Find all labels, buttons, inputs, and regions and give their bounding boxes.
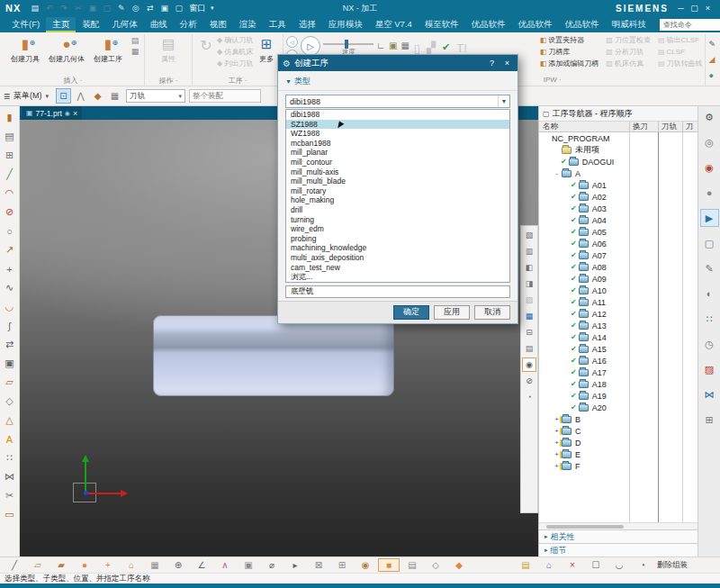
window-menu[interactable]: 窗口 [189,3,205,14]
tree-node[interactable]: +B [539,413,698,425]
ribbon-command[interactable]: ◆列出刀轨 [217,58,253,69]
angle-snap-icon[interactable]: ∠ [191,558,212,572]
box-icon[interactable]: ▱ [2,373,18,392]
undo-icon[interactable]: ↶ [42,2,56,14]
studio-spline-icon[interactable]: ∫ [2,316,18,335]
tree-node[interactable]: +D [539,437,698,448]
home-view-icon[interactable]: ⌂ [121,558,142,572]
green-sphere-icon[interactable]: ● [708,71,716,80]
constraint-navigator-icon[interactable]: ◉ [700,158,719,176]
mirror-icon[interactable]: ⋈ [2,467,18,486]
snapshot-icon[interactable]: ▦ [400,41,409,50]
hand-pick-icon[interactable]: ◔ [632,558,653,572]
search-input[interactable] [662,20,720,30]
reuse-library-icon[interactable]: ◐ [700,285,719,303]
expand-toggle[interactable]: + [553,462,561,470]
scrollbar-thumb[interactable] [546,525,624,529]
sheet-icon[interactable]: ▣ [2,354,18,373]
close-box-icon[interactable]: ⊠ [308,558,329,572]
paste-icon[interactable]: ▢ [100,2,113,14]
cancel-button[interactable]: 取消 [474,305,510,320]
diameter-snap-icon[interactable]: ⌀ [261,558,283,572]
close-icon[interactable]: × [501,59,513,68]
menu-item-12[interactable]: 模至软件 [418,17,465,32]
type-option[interactable]: 浏览... [286,272,509,282]
pencil-icon[interactable]: ✎ [114,2,128,14]
cancel-icon[interactable]: × [562,558,583,572]
window-minimize-icon[interactable]: ⊟ [522,325,536,339]
menu-item-3[interactable]: 几何体 [105,17,144,32]
ribbon-command[interactable]: ▧机床仿真 [606,58,651,69]
tree-node[interactable]: ✔A19 [539,390,698,402]
menu-item-2[interactable]: 装配 [76,17,105,32]
column-name[interactable]: 名称 [539,122,629,132]
slider-thumb[interactable] [345,40,348,49]
tree-node[interactable]: ✔A14 [539,331,698,343]
point-line-icon[interactable]: ↗ [2,240,18,259]
operation-navigator-icon[interactable]: ▶ [700,209,719,227]
show-icon[interactable]: ◉ [522,357,536,372]
process-studio-icon[interactable]: ⋈ [700,385,719,403]
chevron-down-icon[interactable]: ▾ [205,2,219,14]
copy-display-icon[interactable]: ▣ [158,2,171,14]
block-snap-icon[interactable]: ▦ [144,558,166,572]
type-option[interactable]: mill_multi-axis [286,167,509,177]
layer-icon[interactable]: ▧ [522,228,536,242]
type-option[interactable]: drill [286,205,509,215]
tree-node[interactable]: +C [539,425,698,437]
type-option[interactable]: turning [286,215,509,225]
type-option[interactable]: machining_knowledge [286,243,509,253]
settings-gear-icon[interactable]: ⚙ [700,108,719,126]
expand-toggle[interactable]: + [553,439,561,447]
close-icon[interactable]: × [73,109,77,118]
sphere-icon[interactable]: ◇ [2,392,18,411]
solid-filter-icon[interactable]: ◆ [90,88,105,104]
tree-node[interactable]: +F [539,460,698,472]
tree-node[interactable]: +E [539,448,698,460]
clip-section-icon[interactable]: ◧ [522,260,536,275]
extrude-icon[interactable]: ⊞ [2,146,18,165]
chevron-down-icon[interactable]: ▼ [498,95,509,107]
checkbox-icon[interactable]: ☐ [585,558,607,572]
redo-icon[interactable]: ↷ [57,2,70,14]
maximize-button[interactable]: ▢ [688,2,701,14]
menu-item-8[interactable]: 工具 [263,17,292,32]
machine-icon[interactable]: ▞ [427,41,436,55]
purple-house-icon[interactable]: ⌂ [538,558,560,572]
tree-node[interactable]: ✔A18 [539,378,698,390]
menu-item-6[interactable]: 视图 [203,17,233,32]
type-option[interactable]: wire_edm [286,224,509,234]
measure-icon[interactable]: ∟ [376,41,385,50]
play-icon[interactable]: ▷ [301,36,320,56]
help-icon[interactable]: ? [486,59,498,68]
pin-icon[interactable]: ◉ [65,110,70,117]
layer-settings-icon[interactable]: ▥ [522,244,536,258]
ribbon-button-2[interactable]: ▮⊕创建工序 [87,34,129,64]
cone-icon[interactable]: △ [2,411,18,430]
part-tab[interactable]: ▣ 77-1.prt ◉ × [22,106,82,120]
edit-toolpath-icon[interactable]: ✎ [708,40,716,49]
y-axis-arrow[interactable] [85,461,86,493]
type-option[interactable]: mcban1988 [286,139,509,149]
menu-item-13[interactable]: 优品软件 [465,17,512,32]
tool-check-icon[interactable]: ✔ [442,41,450,55]
ribbon-command[interactable]: ◆仿真机床 [217,46,253,58]
tree-node[interactable]: ✔A05 [539,226,698,238]
view-layout-icon[interactable]: ▦ [522,309,536,323]
type-filter-combo[interactable]: 刀轨 ▾ [126,89,185,103]
part-model[interactable] [153,315,394,396]
ribbon-command[interactable]: ◆确认刀轨 [217,34,253,46]
tree-node[interactable]: ✔A10 [539,285,698,296]
no-selection-icon[interactable]: ⊘ [2,203,18,222]
globe-icon[interactable]: ◉ [355,558,376,572]
ribbon-command[interactable]: ▤输出CLSF [658,34,703,46]
type-section-header[interactable]: ▼ 类型 [278,71,518,91]
half-section-icon[interactable]: ◨ [522,276,536,291]
datum-axis-icon[interactable]: ▮ [2,108,18,127]
tree-node[interactable]: 未用项 [539,144,698,156]
selected-square-icon[interactable]: ■ [378,558,400,572]
details-section[interactable]: ▸ 细节 [539,543,698,556]
datum-plane-lock-icon[interactable]: ▰ [50,558,72,572]
menu-item-16[interactable]: 明威科技 [606,17,652,32]
tree-node[interactable]: -A [539,167,698,179]
